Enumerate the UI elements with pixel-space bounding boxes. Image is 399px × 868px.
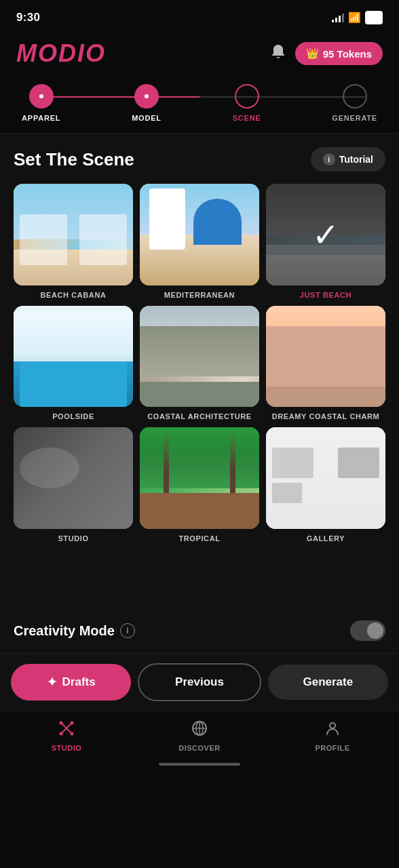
info-icon: i [323, 153, 335, 165]
sparkle-icon: ✦ [47, 675, 57, 690]
scene-label-gallery: GALLERY [307, 534, 345, 542]
creativity-info-icon[interactable]: i [120, 623, 135, 638]
scene-item-just-beach[interactable]: ✓ JUST BEACH [266, 184, 385, 299]
scene-image-poolside: ✓ [14, 306, 133, 408]
tutorial-button[interactable]: i Tutorial [311, 147, 385, 172]
step-apparel[interactable]: APPAREL [22, 84, 60, 122]
status-bar: 9:30 📶 97 [0, 0, 399, 33]
scene-grid-row2: ✓ POOLSIDE ✓ COASTAL ARCHITECTURE [14, 306, 385, 421]
step-circle-scene [235, 84, 259, 108]
svg-point-7 [71, 732, 74, 736]
scene-label-tropical: TROPICAL [178, 534, 220, 542]
bottom-actions: ✦ Drafts Previous Generate [0, 653, 399, 711]
step-scene[interactable]: SCENE [233, 84, 261, 122]
svg-point-6 [60, 732, 63, 736]
app-logo: MODIO [16, 39, 106, 68]
bottom-nav: STUDIO DISCOVER PROFILE [0, 711, 399, 757]
step-model[interactable]: MODEL [132, 84, 162, 122]
scene-image-dreamy-coastal: ✓ [266, 306, 385, 408]
scene-item-studio[interactable]: ✓ STUDIO [14, 427, 133, 542]
scene-image-mediterranean: ✓ [140, 184, 259, 285]
notification-bell-icon[interactable] [271, 43, 286, 64]
scene-label-mediterranean: MEDITERRANEAN [164, 291, 235, 299]
info-label: i [126, 626, 128, 635]
scene-bg-poolside [14, 306, 133, 408]
scene-section: Set The Scene i Tutorial ✓ BEACH CABANA [0, 134, 399, 608]
step-circle-model [134, 84, 159, 108]
previous-button[interactable]: Previous [138, 663, 261, 701]
crown-icon: 👑 [306, 47, 319, 60]
svg-point-4 [60, 722, 63, 725]
scene-item-coastal-architecture[interactable]: ✓ COASTAL ARCHITECTURE [140, 306, 259, 421]
scene-image-gallery: ✓ [266, 427, 385, 529]
scene-label-studio: STUDIO [58, 534, 88, 542]
scene-image-coastal-architecture: ✓ [140, 306, 259, 408]
step-label-apparel: APPAREL [22, 114, 60, 122]
creativity-mode-section: Creativity Mode i [0, 608, 399, 653]
scene-label-dreamy-coastal: DREAMY COASTAL CHARM [272, 412, 380, 420]
scene-label-beach-cabana: BEACH CABANA [40, 291, 106, 299]
svg-point-12 [330, 723, 335, 728]
previous-label: Previous [175, 675, 224, 689]
toggle-knob [367, 623, 383, 639]
scene-item-mediterranean[interactable]: ✓ MEDITERRANEAN [140, 184, 259, 299]
scene-item-poolside[interactable]: ✓ POOLSIDE [14, 306, 133, 421]
scene-label-just-beach: JUST BEACH [300, 291, 352, 299]
scene-bg-gallery [266, 427, 385, 529]
status-icons: 📶 97 [332, 11, 383, 24]
tokens-label: 95 Tokens [323, 48, 372, 60]
scene-item-beach-cabana[interactable]: ✓ BEACH CABANA [14, 184, 133, 299]
scene-bg-studio [14, 427, 133, 529]
drafts-button[interactable]: ✦ Drafts [11, 664, 131, 701]
scene-grid-row3: ✓ STUDIO ✓ TROPICAL [14, 427, 385, 542]
nav-item-profile[interactable]: PROFILE [266, 719, 399, 752]
scene-image-studio: ✓ [14, 427, 133, 529]
scene-bg-coastal-arch [140, 306, 259, 408]
creativity-mode-title: Creativity Mode [14, 623, 115, 639]
header-actions: 👑 95 Tokens [271, 42, 383, 65]
scene-grid-row1: ✓ BEACH CABANA ✓ MEDITERRANEAN [14, 184, 385, 299]
scene-item-dreamy-coastal[interactable]: ✓ DREAMY COASTAL CHARM [266, 306, 385, 421]
studio-nav-label: STUDIO [52, 744, 82, 752]
progress-section: APPAREL MODEL SCENE GENERATE [0, 79, 399, 133]
discover-nav-label: DISCOVER [178, 744, 220, 752]
step-circle-generate [343, 84, 367, 108]
scene-bg-tropical [140, 427, 259, 529]
scene-header: Set The Scene i Tutorial [14, 147, 385, 172]
scene-label-poolside: POOLSIDE [52, 412, 94, 420]
scene-bg-mediterranean [140, 184, 259, 285]
tutorial-label: Tutorial [339, 154, 373, 165]
nav-item-studio[interactable]: STUDIO [0, 719, 133, 752]
drafts-label: Drafts [62, 675, 96, 689]
step-label-model: MODEL [132, 114, 162, 122]
scene-image-tropical: ✓ [140, 427, 259, 529]
scene-item-gallery[interactable]: ✓ GALLERY [266, 427, 385, 542]
svg-point-0 [39, 94, 43, 98]
status-time: 9:30 [16, 11, 40, 24]
scene-title: Set The Scene [14, 149, 134, 170]
scene-image-beach-cabana: ✓ [14, 184, 133, 285]
scene-item-tropical[interactable]: ✓ TROPICAL [140, 427, 259, 542]
generate-button[interactable]: Generate [268, 665, 388, 700]
progress-track: APPAREL MODEL SCENE GENERATE [22, 84, 377, 122]
profile-nav-label: PROFILE [315, 744, 349, 752]
generate-label: Generate [303, 675, 353, 689]
check-just-beach: ✓ [266, 184, 385, 285]
studio-nav-icon [58, 719, 75, 741]
profile-nav-icon [324, 719, 341, 741]
creativity-mode-left: Creativity Mode i [14, 623, 135, 639]
tokens-button[interactable]: 👑 95 Tokens [295, 42, 383, 65]
creativity-mode-toggle[interactable] [350, 620, 385, 641]
step-generate[interactable]: GENERATE [332, 84, 377, 122]
scene-image-just-beach: ✓ [266, 184, 385, 285]
signal-icon [332, 13, 344, 22]
scene-bg-dreamy-coastal [266, 306, 385, 408]
svg-point-1 [145, 94, 149, 98]
discover-nav-icon [191, 719, 208, 741]
step-label-generate: GENERATE [332, 114, 377, 122]
battery-level: 97 [365, 11, 383, 24]
step-circle-apparel [29, 84, 54, 108]
nav-item-discover[interactable]: DISCOVER [133, 719, 266, 752]
app-header: MODIO 👑 95 Tokens [0, 33, 399, 79]
scene-label-coastal-architecture: COASTAL ARCHITECTURE [147, 412, 252, 420]
